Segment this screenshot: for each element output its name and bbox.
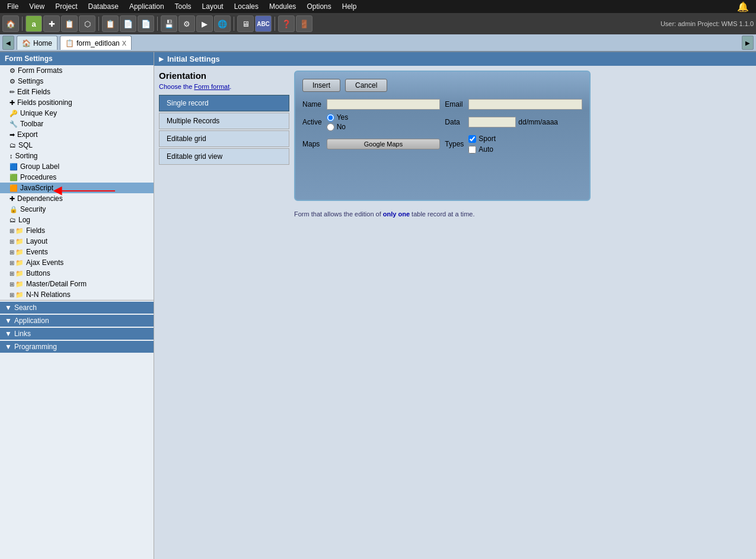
sidebar-item-group-label[interactable]: 🟦 Group Label — [0, 161, 154, 172]
sidebar-item-sql[interactable]: 🗂 SQL — [0, 140, 154, 151]
orient-option-multiple-records[interactable]: Multiple Records — [159, 113, 289, 129]
menu-modules[interactable]: Modules — [264, 1, 301, 12]
type-auto-checkbox[interactable] — [468, 146, 476, 154]
sidebar-section-links-label: Links — [14, 330, 31, 338]
add-btn[interactable]: ✚ — [43, 15, 60, 32]
sidebar-item-form-formats[interactable]: ⚙ Form Formats — [0, 65, 154, 76]
tab-close-btn[interactable]: X — [122, 40, 126, 47]
sidebar-item-export-label: Export — [17, 130, 38, 139]
gear-btn[interactable]: ⚙ — [178, 15, 195, 32]
save-btn[interactable]: 💾 — [161, 15, 177, 32]
sidebar-section-application-label: Application — [14, 317, 49, 325]
sidebar-item-javascript[interactable]: 🟧 JavaScript ◀————— — [0, 183, 154, 193]
dependencies-icon: ✚ — [9, 195, 15, 203]
home-icon: 🏠 — [22, 39, 31, 47]
sidebar-item-export[interactable]: ➡ Export — [0, 129, 154, 140]
buttons-folder-icon: 📁 — [15, 270, 24, 277]
sidebar-item-log-label: Log — [18, 216, 30, 224]
hex-btn[interactable]: ⬡ — [79, 15, 95, 32]
nn-relations-folder-icon: 📁 — [15, 291, 24, 299]
data-input[interactable] — [468, 117, 516, 127]
main-area: Form Settings ⚙ Form Formats ⚙ Settings … — [0, 52, 756, 559]
sidebar-tree-buttons[interactable]: ⊞ 📁 Buttons — [0, 268, 154, 279]
sidebar-item-edit-fields-label: Edit Fields — [17, 88, 50, 96]
tab-home[interactable]: 🏠 Home — [17, 36, 58, 50]
orient-option-editable-grid[interactable]: Editable grid — [159, 130, 289, 147]
sidebar-tree-layout[interactable]: ⊞ 📁 Layout — [0, 236, 154, 247]
help-btn[interactable]: ❓ — [278, 15, 295, 32]
description-end: table record at a time. — [410, 210, 474, 218]
menu-tools[interactable]: Tools — [170, 1, 196, 12]
sidebar-item-log[interactable]: 🗂 Log — [0, 215, 154, 225]
sorting-icon: ↕ — [9, 152, 13, 159]
menu-view[interactable]: View — [24, 1, 49, 12]
description-text: Form that allows the edition of only one… — [294, 210, 751, 218]
toolbar-sep-5 — [275, 17, 275, 31]
globe-btn[interactable]: 🌐 — [214, 15, 231, 32]
toolbar-sep-1 — [22, 17, 23, 31]
orient-option-editable-grid-view[interactable]: Editable grid view — [159, 148, 289, 165]
menu-project[interactable]: Project — [50, 1, 82, 12]
sidebar-section-application[interactable]: ▼ Application — [0, 315, 154, 327]
orient-option-single-record[interactable]: Single record — [159, 95, 289, 111]
sidebar-item-fields-positioning[interactable]: ✚ Fields positioning — [0, 97, 154, 108]
sidebar-section-search[interactable]: ▼ Search — [0, 302, 154, 314]
name-label: Name — [302, 100, 322, 108]
home-toolbar-btn[interactable]: 🏠 — [2, 15, 19, 32]
sidebar-item-procedures[interactable]: 🟩 Procedures — [0, 172, 154, 183]
sidebar-item-javascript-label: JavaScript — [20, 184, 53, 192]
insert-button[interactable]: Insert — [302, 79, 340, 92]
text-btn[interactable]: ABC — [255, 15, 272, 32]
doc-btn-1[interactable]: 📋 — [102, 15, 119, 32]
sidebar-item-settings[interactable]: ⚙ Settings — [0, 76, 154, 87]
orientation-panel: Orientation Choose the Form format. Sing… — [159, 71, 289, 554]
alphabet-btn[interactable]: a — [25, 15, 42, 32]
exit-btn[interactable]: 🚪 — [296, 15, 312, 32]
email-input[interactable] — [468, 99, 582, 110]
fields-positioning-icon: ✚ — [9, 99, 15, 107]
cancel-button[interactable]: Cancel — [345, 79, 387, 92]
sidebar-tree-ajax-events[interactable]: ⊞ 📁 Ajax Events — [0, 257, 154, 268]
sidebar-tree-fields[interactable]: ⊞ 📁 Fields — [0, 225, 154, 236]
sidebar-tree-master-detail[interactable]: ⊞ 📁 Master/Detail Form — [0, 279, 154, 289]
form-dialog: Insert Cancel Name Email Active — [294, 71, 591, 201]
tab-form-editloan[interactable]: 📋 form_editloan X — [60, 36, 132, 50]
sidebar-item-edit-fields[interactable]: ✏ Edit Fields — [0, 87, 154, 97]
sidebar-tree-master-detail-label: Master/Detail Form — [26, 280, 87, 288]
menu-application[interactable]: Application — [125, 1, 169, 12]
menu-database[interactable]: Database — [84, 1, 123, 12]
monitor-btn[interactable]: 🖥 — [237, 15, 254, 32]
tab-nav-right[interactable]: ▶ — [742, 36, 754, 50]
active-yes-radio[interactable] — [327, 114, 334, 122]
toolbar: 🏠 a ✚ 📋 ⬡ 📋 📄 📄 💾 ⚙ ▶ 🌐 🖥 ABC ❓ 🚪 User: … — [0, 13, 756, 34]
tab-nav-left[interactable]: ◀ — [2, 36, 14, 50]
sidebar-section-programming[interactable]: ▼ Programming — [0, 341, 154, 353]
subtitle-link[interactable]: Form format — [194, 83, 229, 90]
sidebar-section-programming-label: Programming — [14, 343, 57, 351]
name-input[interactable] — [327, 99, 441, 110]
sidebar-item-sorting[interactable]: ↕ Sorting — [0, 151, 154, 161]
active-radio-group: Yes No — [327, 113, 441, 131]
sidebar-tree-events[interactable]: ⊞ 📁 Events — [0, 247, 154, 257]
active-no-radio[interactable] — [327, 123, 334, 131]
sidebar-item-toolbar[interactable]: 🔧 Toolbar — [0, 119, 154, 129]
menu-file[interactable]: File — [2, 1, 23, 12]
tab-bar: ◀ 🏠 Home 📋 form_editloan X ▶ — [0, 34, 756, 52]
menu-help[interactable]: Help — [337, 1, 362, 12]
copy-btn[interactable]: 📋 — [61, 15, 78, 32]
sidebar-section-links[interactable]: ▼ Links — [0, 328, 154, 340]
edit-fields-icon: ✏ — [9, 88, 15, 96]
menu-locales[interactable]: Locales — [229, 1, 263, 12]
google-maps-button[interactable]: Google Maps — [327, 139, 441, 149]
play-btn[interactable]: ▶ — [196, 15, 213, 32]
menu-options[interactable]: Options — [302, 1, 336, 12]
sidebar-tree-nn-relations[interactable]: ⊞ 📁 N-N Relations — [0, 289, 154, 300]
menu-layout[interactable]: Layout — [197, 1, 228, 12]
sidebar-item-unique-key[interactable]: 🔑 Unique Key — [0, 108, 154, 119]
sidebar-item-security[interactable]: 🔒 Security — [0, 204, 154, 215]
type-sport-checkbox[interactable] — [468, 135, 476, 143]
tab-home-label: Home — [33, 39, 52, 47]
sidebar-item-procedures-label: Procedures — [20, 173, 56, 181]
doc-btn-2[interactable]: 📄 — [120, 15, 136, 32]
doc-btn-3[interactable]: 📄 — [138, 15, 154, 32]
